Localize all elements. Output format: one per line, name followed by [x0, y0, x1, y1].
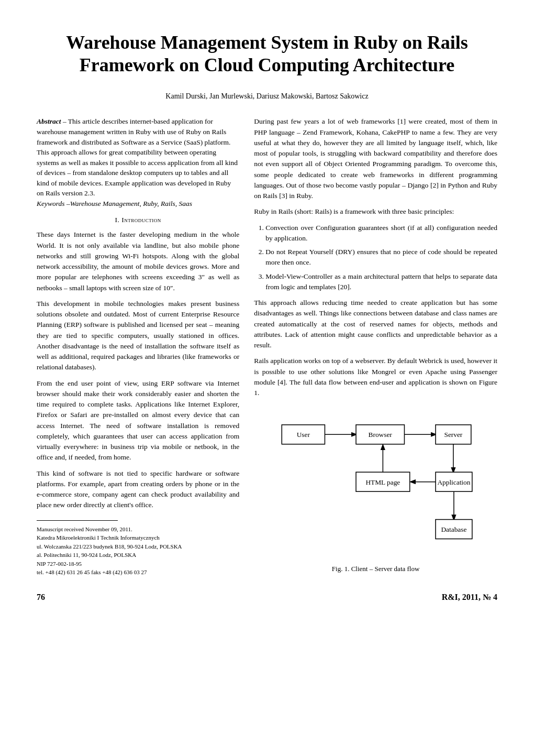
right-para2: Ruby in Rails (short: Rails) is a framew…	[254, 206, 497, 217]
intro-para1: These days Internet is the faster develo…	[37, 229, 239, 293]
abstract-block: Abstract – This article describes intern…	[37, 116, 239, 209]
abstract-body: – This article describes internet-based …	[37, 117, 238, 197]
user-label: User	[296, 431, 310, 439]
application-label: Application	[437, 478, 470, 486]
intro-para3: From the end user point of view, using E…	[37, 378, 239, 463]
intro-para4: This kind of software is not tied to spe…	[37, 468, 239, 511]
right-para4: Rails application works on top of a webs…	[254, 356, 497, 398]
section1-heading: I. Introduction	[37, 216, 239, 224]
footnote-nip: NIP 727-002-18-95	[37, 560, 239, 568]
html-page-label: HTML page	[365, 478, 400, 486]
footer-page-number: 76	[37, 593, 45, 602]
footnote-block: Manuscript received November 09, 2011. K…	[37, 525, 239, 577]
page-footer: 76 R&I, 2011, № 4	[37, 593, 497, 602]
footer-journal-info: R&I, 2011, № 4	[442, 593, 497, 602]
browser-label: Browser	[368, 431, 392, 439]
keywords-text: –Warehouse Management, Ruby, Rails, Saas	[65, 200, 192, 207]
list-item-2: Do not Repeat Yourself (DRY) ensures tha…	[265, 247, 497, 268]
footnote-address1: ul. Wolczanska 221/223 budynek B18, 90-9…	[37, 542, 239, 551]
right-para1: During past few years a lot of web frame…	[254, 116, 497, 201]
right-para3: This approach allows reducing time neede…	[254, 298, 497, 350]
footnote-address2: al. Politechniki 11, 90-924 Lodz, POLSKA	[37, 551, 239, 560]
data-flow-diagram: User Browser Server HTML page	[276, 409, 475, 560]
footnote-institution: Katedra Mikroelektroniki I Technik Infor…	[37, 533, 239, 542]
page-title: Warehouse Management System in Ruby on R…	[37, 31, 497, 76]
principles-list: Convection over Configuration guarantees…	[265, 223, 497, 293]
list-item-1: Convection over Configuration guarantees…	[265, 223, 497, 244]
diagram-caption: Fig. 1. Client – Server data flow	[332, 565, 420, 573]
intro-para2: This development in mobile technologies …	[37, 299, 239, 373]
list-item-3: Model-View-Controller as a main architec…	[265, 271, 497, 293]
authors-line: Kamil Durski, Jan Murlewski, Dariusz Mak…	[37, 92, 497, 101]
footnote-tel: tel. +48 (42) 631 26 45 faks +48 (42) 63…	[37, 568, 239, 577]
database-label: Database	[441, 526, 466, 534]
abstract-label: Abstract	[37, 117, 61, 125]
server-label: Server	[444, 431, 462, 439]
diagram-container: User Browser Server HTML page	[254, 409, 497, 573]
footnote-manuscript: Manuscript received November 09, 2011.	[37, 525, 239, 534]
keywords-label: Keywords	[37, 200, 65, 207]
footnote-divider	[37, 520, 118, 521]
